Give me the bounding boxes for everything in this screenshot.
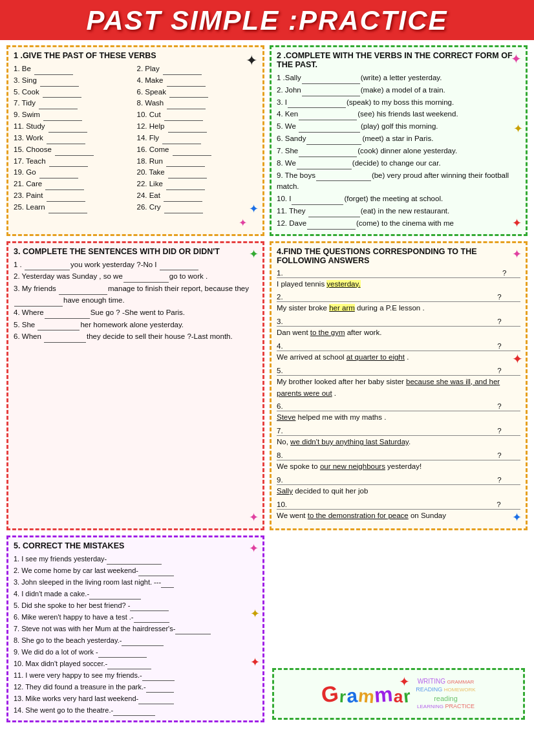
- star-deco-8: ✦: [249, 510, 259, 524]
- grammar-m1: m: [357, 685, 375, 707]
- star-deco-10: ✦: [512, 351, 523, 367]
- grammar-m2: m: [374, 682, 394, 707]
- grammar-logo: G r a m m a r: [321, 682, 411, 707]
- section-2-title: 2 .COMPLETE WITH THE VERBS IN THE CORREC…: [277, 51, 520, 69]
- header: PAST SIMPLE :PRACTICE: [0, 0, 534, 40]
- section-2: 2 .COMPLETE WITH THE VERBS IN THE CORREC…: [270, 45, 528, 236]
- verb-list: 1. Be 2. Play 3. Sing 4. Make 5. Cook 6.…: [14, 63, 257, 213]
- grammar-r1: r: [339, 686, 347, 706]
- grammar-box: G r a m m a r WRITING GRAMMAR READING HO…: [272, 668, 525, 720]
- section-1: 1 .GIVE THE PAST OF THESE VERBS 1. Be 2.…: [6, 45, 264, 236]
- star-deco-12: ✦: [249, 541, 259, 556]
- grammar-g: G: [320, 680, 341, 707]
- star-deco-2: ✦: [249, 202, 259, 216]
- star-deco-1: ✦: [246, 52, 257, 69]
- star-deco-14: ✦: [250, 655, 260, 669]
- section-3-title: 3. COMPLETE THE SENTENCES WITH DID or DI…: [14, 247, 257, 256]
- section-1-title: 1 .GIVE THE PAST OF THESE VERBS: [14, 51, 257, 60]
- star-deco-9: ✦: [512, 247, 522, 261]
- section-3: 3. COMPLETE THE SENTENCES WITH DID or DI…: [6, 241, 264, 530]
- star-deco-6: ✦: [512, 216, 522, 230]
- star-deco-15: ✦: [399, 674, 410, 689]
- section-4: 4.FIND THE QUESTIONS CORRESPONDING TO TH…: [270, 241, 528, 530]
- page-title: PAST SIMPLE :PRACTICE: [0, 5, 534, 36]
- section-4-title: 4.FIND THE QUESTIONS CORRESPONDING TO TH…: [277, 247, 520, 265]
- section-5-title: 5. CORRECT THE MISTAKES: [14, 541, 257, 550]
- section-4-body: 1.? I played tennis yesterday. 2.? My si…: [277, 268, 520, 522]
- star-deco-11: ✦: [512, 510, 522, 524]
- star-deco-13: ✦: [250, 607, 260, 621]
- star-deco-5: ✦: [513, 122, 523, 136]
- section-2-body: 1 .Sally(write) a letter yesterday. 2. J…: [277, 72, 520, 230]
- star-deco-7: ✦: [249, 247, 259, 261]
- word-cloud: WRITING GRAMMAR READING HOMEWORK reading…: [416, 677, 475, 711]
- section-5-body: 1. I see my friends yesterday- 2. We com…: [14, 554, 257, 717]
- grammar-a1: a: [345, 684, 358, 707]
- star-deco-3: ✦: [239, 217, 247, 229]
- page-container: PAST SIMPLE :PRACTICE 1 .GIVE THE PAST O…: [0, 0, 534, 728]
- section-5: 5. CORRECT THE MISTAKES 1. I see my frie…: [6, 535, 264, 723]
- star-deco-4: ✦: [511, 51, 522, 67]
- section-3-body: 1 . you work yesterday ?-No I 2. Yesterd…: [14, 259, 257, 343]
